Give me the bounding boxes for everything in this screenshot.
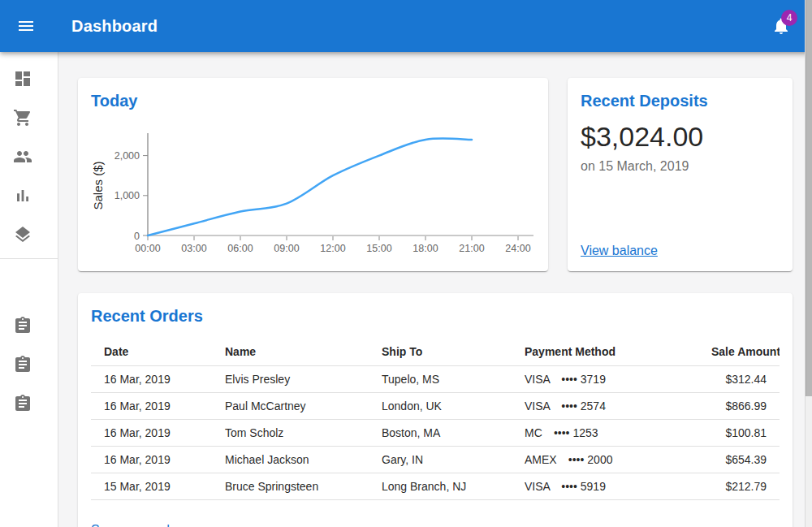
- column-header: Name: [212, 339, 369, 365]
- sales-chart: 01,0002,00000:0003:0006:0009:0012:0015:0…: [91, 123, 535, 253]
- scrollbar[interactable]: [805, 0, 812, 527]
- page-title: Dashboard: [71, 17, 762, 36]
- menu-button[interactable]: [6, 6, 45, 45]
- sidebar-item-main-1-shopping-cart[interactable]: [0, 98, 58, 137]
- assignment-icon: [13, 355, 32, 374]
- orders-title: Recent Orders: [91, 306, 780, 326]
- orders-card: Recent Orders DateNameShip ToPayment Met…: [78, 293, 793, 527]
- sidebar-divider: [0, 258, 58, 259]
- deposits-title: Recent Deposits: [581, 91, 780, 110]
- svg-text:0: 0: [134, 231, 140, 242]
- svg-text:15:00: 15:00: [366, 243, 391, 253]
- assignment-icon: [13, 394, 32, 413]
- table-cell: 16 Mar, 2019: [91, 446, 212, 473]
- table-cell: Long Branch, NJ: [369, 473, 512, 499]
- table-row: 15 Mar, 2019Bruce SpringsteenLong Branch…: [91, 473, 780, 499]
- scrollbar-thumb[interactable]: [806, 0, 812, 396]
- view-balance-link[interactable]: View balance: [581, 244, 658, 258]
- today-card: Today 01,0002,00000:0003:0006:0009:0012:…: [78, 78, 548, 271]
- table-cell: $312.44: [698, 365, 780, 392]
- table-cell: VISA ⠀•••• 3719: [512, 365, 698, 392]
- column-header: Date: [91, 339, 212, 365]
- svg-text:12:00: 12:00: [320, 243, 345, 253]
- svg-text:1,000: 1,000: [114, 190, 140, 201]
- table-cell: $654.39: [698, 446, 780, 473]
- svg-text:Sales ($): Sales ($): [91, 161, 105, 210]
- sidebar-item-main-0-dashboard[interactable]: [0, 59, 58, 98]
- table-cell: $866.99: [698, 392, 780, 419]
- column-header: Payment Method: [512, 339, 698, 365]
- sidebar-item-saved-2-assignment[interactable]: [0, 384, 58, 423]
- column-header: Sale Amount: [698, 339, 780, 365]
- table-row: 16 Mar, 2019Paul McCartneyLondon, UKVISA…: [91, 392, 780, 419]
- svg-text:03:00: 03:00: [181, 243, 206, 253]
- table-cell: Tom Scholz: [212, 419, 369, 446]
- table-cell: VISA ⠀•••• 2574: [512, 392, 698, 419]
- svg-text:00:00: 00:00: [135, 243, 160, 253]
- table-cell: London, UK: [369, 392, 512, 419]
- table-cell: Elvis Presley: [212, 365, 369, 392]
- table-cell: VISA ⠀•••• 5919: [512, 473, 698, 499]
- shopping-cart-icon: [13, 108, 32, 127]
- sidebar-secondary-list: [0, 306, 58, 423]
- column-header: Ship To: [369, 339, 512, 365]
- deposit-amount: $3,024.00: [581, 120, 780, 153]
- app-bar: Dashboard 4: [0, 0, 812, 52]
- table-cell: Gary, IN: [369, 446, 512, 473]
- table-cell: 16 Mar, 2019: [91, 419, 212, 446]
- sidebar-item-main-3-bar-chart[interactable]: [0, 176, 58, 215]
- svg-text:06:00: 06:00: [227, 243, 253, 253]
- table-cell: $100.81: [698, 419, 780, 446]
- dashboard-icon: [13, 69, 32, 89]
- deposit-date: on 15 March, 2019: [581, 158, 780, 175]
- svg-text:24:00: 24:00: [505, 243, 530, 253]
- table-cell: 16 Mar, 2019: [91, 365, 212, 392]
- sidebar: [0, 0, 58, 527]
- svg-text:2,000: 2,000: [114, 150, 140, 162]
- table-row: 16 Mar, 2019Elvis PresleyTupelo, MSVISA …: [91, 365, 780, 392]
- table-cell: Michael Jackson: [212, 446, 369, 473]
- today-title: Today: [91, 91, 535, 110]
- orders-table: DateNameShip ToPayment MethodSale Amount…: [91, 339, 780, 500]
- orders-table-header-row: DateNameShip ToPayment MethodSale Amount: [91, 339, 780, 365]
- sidebar-item-saved-1-assignment[interactable]: [0, 345, 58, 384]
- svg-text:21:00: 21:00: [459, 243, 484, 253]
- table-cell: Tupelo, MS: [369, 365, 512, 392]
- table-cell: AMEX ⠀•••• 2000: [512, 446, 698, 473]
- table-cell: 15 Mar, 2019: [91, 473, 212, 499]
- svg-text:09:00: 09:00: [274, 243, 299, 253]
- people-icon: [13, 147, 32, 166]
- table-row: 16 Mar, 2019Michael JacksonGary, INAMEX …: [91, 446, 780, 473]
- notification-badge: 4: [781, 10, 797, 26]
- table-row: 16 Mar, 2019Tom ScholzBoston, MAMC ⠀••••…: [91, 419, 780, 446]
- table-cell: Paul McCartney: [212, 392, 369, 419]
- svg-text:18:00: 18:00: [412, 243, 438, 253]
- assignment-icon: [13, 316, 32, 335]
- table-cell: MC ⠀•••• 1253: [512, 419, 698, 446]
- notifications-button[interactable]: 4: [762, 6, 801, 45]
- table-cell: Boston, MA: [369, 419, 512, 446]
- deposits-card: Recent Deposits $3,024.00 on 15 March, 2…: [568, 78, 793, 271]
- table-cell: $212.79: [698, 473, 780, 499]
- table-cell: 16 Mar, 2019: [91, 392, 212, 419]
- see-more-orders-link[interactable]: See more orders: [91, 523, 188, 527]
- sidebar-main-list: [0, 59, 58, 254]
- menu-icon: [16, 16, 36, 36]
- sidebar-item-saved-0-assignment[interactable]: [0, 306, 58, 345]
- bar-chart-icon: [13, 186, 32, 205]
- sidebar-item-main-4-layers[interactable]: [0, 215, 58, 254]
- layers-icon: [13, 225, 32, 244]
- table-cell: Bruce Springsteen: [212, 473, 369, 499]
- sidebar-item-main-2-people[interactable]: [0, 137, 58, 176]
